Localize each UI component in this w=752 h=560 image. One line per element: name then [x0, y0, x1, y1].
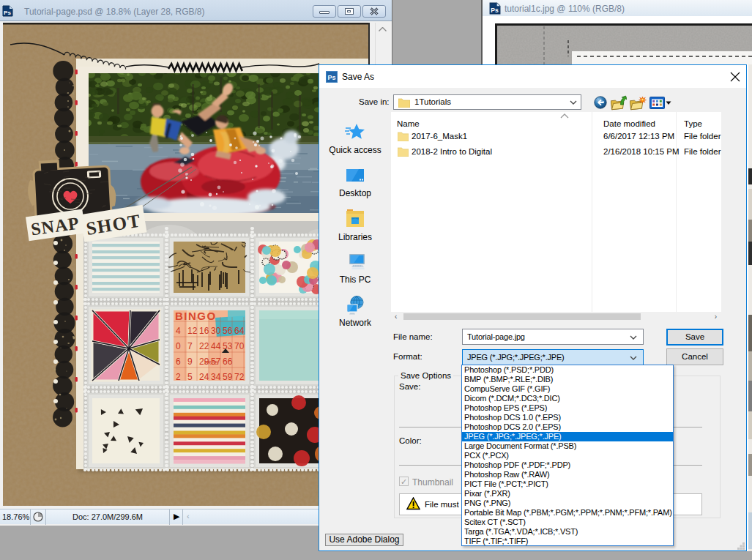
svg-text:64: 64: [234, 326, 245, 336]
svg-text:34: 34: [211, 372, 221, 382]
svg-text:22: 22: [199, 341, 209, 351]
svg-text:2: 2: [176, 372, 181, 382]
svg-text:16: 16: [199, 326, 209, 336]
svg-text:Ps: Ps: [4, 10, 11, 16]
svg-text:BINGO: BINGO: [175, 310, 217, 322]
svg-text:53: 53: [223, 341, 233, 351]
svg-text:5: 5: [187, 372, 193, 382]
svg-text:0: 0: [176, 341, 181, 351]
svg-text:59: 59: [223, 372, 233, 382]
svg-text:24: 24: [199, 372, 209, 382]
svg-text:7: 7: [187, 341, 193, 351]
svg-text:66: 66: [223, 356, 233, 367]
svg-text:9: 9: [187, 356, 193, 367]
svg-text:44: 44: [211, 341, 221, 351]
svg-text:Ps: Ps: [491, 7, 499, 14]
svg-text:FREE: FREE: [204, 360, 218, 365]
svg-text:Ps: Ps: [327, 74, 335, 81]
svg-text:70: 70: [234, 341, 245, 351]
svg-text:56: 56: [223, 326, 233, 336]
svg-text:30: 30: [211, 326, 221, 336]
svg-text:12: 12: [187, 326, 198, 336]
svg-text:6: 6: [176, 356, 181, 367]
svg-text:72: 72: [234, 372, 245, 382]
svg-text:4: 4: [176, 326, 181, 336]
